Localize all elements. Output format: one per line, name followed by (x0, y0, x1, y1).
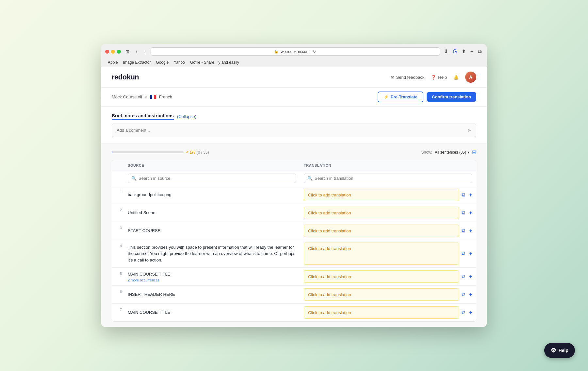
bookmark-google[interactable]: Google (156, 60, 169, 65)
copy-tab-btn[interactable]: ⧉ (477, 48, 483, 55)
progress-bar-bg (112, 151, 184, 153)
back-btn[interactable]: ‹ (134, 48, 139, 55)
sub-nav-actions: ⚡ Pre-Translate Confirm translation (378, 92, 476, 102)
comment-input[interactable] (117, 128, 467, 133)
bookmark-apple[interactable]: Apple (108, 60, 118, 65)
table-row: 2 Untitled Scene Click to add translatio… (112, 204, 476, 222)
copy-translation-btn[interactable]: ⧉ (461, 273, 466, 280)
notification-btn[interactable]: 🔔 (453, 75, 459, 80)
copy-translation-btn[interactable]: ⧉ (461, 250, 466, 257)
translation-input[interactable]: Click to add translation (304, 270, 459, 283)
grammarly-btn[interactable]: G (451, 48, 458, 55)
translation-input[interactable]: Click to add translation (304, 288, 459, 301)
forward-btn[interactable]: › (142, 48, 148, 55)
row-number: 6 (112, 286, 124, 303)
table-row: 6 INSERT HEADER HERE Click to add transl… (112, 286, 476, 304)
progress-row: < 1% (0 / 35) Show: All sentences (35) ▾… (112, 149, 476, 155)
comment-box: ➤ (112, 124, 476, 137)
copy-translation-btn[interactable]: ⧉ (461, 291, 466, 298)
send-comment-btn[interactable]: ➤ (467, 127, 471, 133)
brief-section: Brief, notes and instructions (Collapse)… (101, 107, 487, 144)
row-number: 2 (112, 204, 124, 222)
new-tab-btn[interactable]: + (469, 48, 475, 55)
ai-translate-btn[interactable]: ✦ (468, 209, 473, 217)
row-translation-cell: Click to add translation ⧉ ✦ (301, 240, 476, 267)
search-translation-icon: 🔍 (307, 176, 313, 181)
help-fab-label: Help (559, 348, 568, 353)
row-source-cell: INSERT HEADER HERE (124, 286, 301, 303)
ai-translate-btn[interactable]: ✦ (468, 191, 473, 199)
translation-input[interactable]: Click to add translation (304, 225, 459, 237)
search-row: 🔍 🔍 (112, 171, 476, 186)
browser-window: ⊞ ‹ › 🔒 we.redokun.com ↻ ⬇ G ⬆ + ⧉ Apple… (101, 44, 487, 327)
search-translation-input[interactable] (315, 176, 468, 181)
filter-btn[interactable]: ⊟ (472, 149, 476, 155)
ai-translate-btn[interactable]: ✦ (468, 291, 473, 298)
breadcrumb-separator: > (145, 94, 147, 99)
table-header-row: SOURCE TRANSLATION (112, 160, 476, 171)
flag-icon: 🇫🇷 (150, 94, 156, 100)
bookmarks-bar: Apple Image Extractor Google Yahoo Gofil… (105, 58, 483, 67)
download-btn[interactable]: ⬇ (443, 48, 449, 55)
maximize-window-btn[interactable] (117, 50, 121, 54)
show-select-btn[interactable]: All sentences (35) ▾ (435, 150, 469, 155)
search-source-wrapper: 🔍 (128, 174, 296, 183)
envelope-icon: ✉ (391, 75, 394, 80)
ai-translate-btn[interactable]: ✦ (468, 273, 473, 280)
row-translation-cell: Click to add translation ⧉ ✦ (301, 286, 476, 303)
progress-bar-fill (112, 151, 112, 153)
help-nav-btn[interactable]: ❓ Help (431, 75, 447, 80)
progress-fraction: (0 / 35) (197, 150, 209, 155)
brief-title: Brief, notes and instructions (112, 113, 174, 120)
ai-translate-btn[interactable]: ✦ (468, 309, 473, 316)
row-source-cell: backgroundpolitico.png (124, 186, 301, 204)
url-bar[interactable]: 🔒 we.redokun.com ↻ (151, 47, 440, 56)
ai-translate-btn[interactable]: ✦ (468, 227, 473, 235)
app-content: redokun ✉ Send feedback ❓ Help 🔔 A (101, 67, 487, 327)
translation-input[interactable]: Click to add translation (304, 243, 459, 265)
help-circle-icon: ❓ (431, 75, 436, 80)
user-avatar[interactable]: A (465, 72, 476, 83)
nav-actions: ✉ Send feedback ❓ Help 🔔 A (391, 72, 476, 83)
minimize-window-btn[interactable] (111, 50, 115, 54)
breadcrumb: Mock Course.xlf > 🇫🇷 French (112, 94, 172, 100)
translation-input[interactable]: Click to add translation (304, 306, 459, 319)
copy-translation-btn[interactable]: ⧉ (461, 191, 466, 198)
share-btn[interactable]: ⬆ (460, 48, 467, 55)
row-translation-cell: Click to add translation ⧉ ✦ (301, 186, 476, 204)
table-row: 7 MAIN COURSE TITLE Click to add transla… (112, 304, 476, 321)
send-icon: ➤ (467, 127, 471, 133)
bookmark-yahoo[interactable]: Yahoo (174, 60, 185, 65)
sidebar-toggle-btn[interactable]: ⊞ (123, 48, 131, 55)
row-source-cell: START COURSE (124, 222, 301, 240)
search-source-input[interactable] (139, 176, 292, 181)
table-row: 3 START COURSE Click to add translation … (112, 222, 476, 240)
bookmark-image-extractor[interactable]: Image Extractor (123, 60, 151, 65)
row-translation-cell: Click to add translation ⧉ ✦ (301, 304, 476, 321)
bookmark-gofile[interactable]: Gofile - Share...ly and easily (190, 60, 239, 65)
bell-icon: 🔔 (453, 75, 459, 80)
sub-nav: Mock Course.xlf > 🇫🇷 French ⚡ Pre-Transl… (101, 88, 487, 107)
translation-input[interactable]: Click to add translation (304, 189, 459, 201)
table-row: 4 This section provides you with space t… (112, 240, 476, 268)
copy-translation-btn[interactable]: ⧉ (461, 227, 466, 234)
collapse-btn[interactable]: (Collapse) (177, 114, 196, 119)
send-feedback-btn[interactable]: ✉ Send feedback (391, 75, 425, 80)
copy-translation-btn[interactable]: ⧉ (461, 209, 466, 216)
search-translation-wrapper: 🔍 (304, 174, 472, 183)
help-fab[interactable]: ⚙ Help (544, 343, 575, 358)
breadcrumb-file: Mock Course.xlf (112, 94, 142, 99)
row-number: 1 (112, 186, 124, 204)
pretranslate-btn[interactable]: ⚡ Pre-Translate (378, 92, 423, 102)
ai-translate-btn[interactable]: ✦ (468, 250, 473, 258)
translation-column-header: TRANSLATION (300, 163, 476, 167)
url-text: we.redokun.com (281, 49, 309, 54)
close-window-btn[interactable] (105, 50, 109, 54)
browser-action-bar: ⬇ G ⬆ + ⧉ (443, 48, 483, 55)
table-row: 5 MAIN COURSE TITLE 2 more occurrences C… (112, 268, 476, 286)
row-translation-cell: Click to add translation ⧉ ✦ (301, 268, 476, 285)
copy-translation-btn[interactable]: ⧉ (461, 309, 466, 316)
confirm-translation-btn[interactable]: Confirm translation (427, 92, 476, 102)
source-column-header: SOURCE (124, 163, 300, 167)
translation-input[interactable]: Click to add translation (304, 207, 459, 219)
